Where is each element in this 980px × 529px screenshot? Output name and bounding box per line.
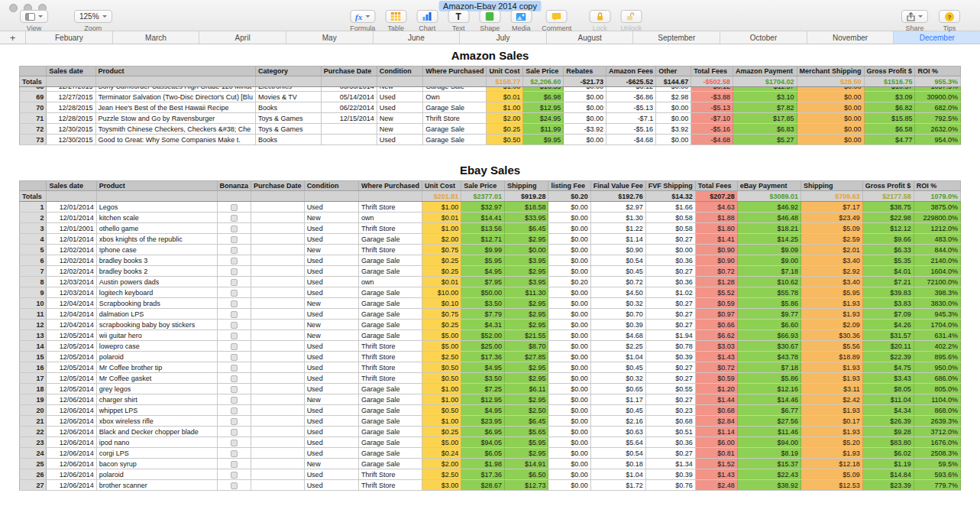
cell[interactable]: [251, 394, 305, 405]
cell[interactable]: $1704.02: [733, 76, 797, 87]
cell[interactable]: $192.76: [590, 191, 645, 202]
cell[interactable]: $94.05: [461, 437, 505, 448]
bonanza-checkbox[interactable]: [231, 482, 238, 489]
cell[interactable]: 686.0%: [914, 373, 960, 384]
cell[interactable]: $5.95: [800, 287, 862, 298]
cell[interactable]: $1.00: [422, 416, 461, 427]
cell[interactable]: $6.11: [504, 384, 548, 394]
cell[interactable]: $12.73: [504, 480, 548, 491]
cell[interactable]: $0.27: [645, 362, 695, 373]
cell[interactable]: $17.85: [733, 113, 797, 124]
column-header[interactable]: ROI %: [914, 181, 960, 191]
row-number[interactable]: 11: [20, 309, 47, 320]
cell[interactable]: Used: [304, 277, 358, 287]
cell[interactable]: New: [304, 394, 358, 405]
cell[interactable]: $12.95: [461, 394, 505, 405]
row-number[interactable]: 17: [20, 373, 47, 384]
cell[interactable]: Thrift Store: [359, 223, 422, 234]
cell[interactable]: Jean Hee's Best of the Best Hawaii Recip…: [95, 102, 255, 113]
cell[interactable]: [251, 416, 305, 427]
cell[interactable]: $1.93: [800, 405, 862, 416]
cell[interactable]: [217, 213, 251, 223]
cell[interactable]: [255, 76, 321, 87]
cell[interactable]: [217, 405, 251, 416]
column-header[interactable]: Other: [656, 67, 691, 76]
cell[interactable]: $2.48: [695, 480, 737, 491]
column-header[interactable]: Purchase Date: [321, 67, 377, 76]
cell[interactable]: $83.80: [862, 437, 914, 448]
cell[interactable]: $0.27: [645, 448, 695, 459]
cell[interactable]: $14.32: [645, 191, 695, 202]
cell[interactable]: 805.0%: [914, 384, 960, 394]
cell[interactable]: $2.50: [422, 352, 461, 362]
cell[interactable]: $0.27: [645, 320, 695, 330]
cell[interactable]: 72100.0%: [914, 277, 960, 287]
column-header[interactable]: Product: [95, 67, 255, 76]
cell[interactable]: $0.20: [548, 277, 590, 287]
cell[interactable]: $2.50: [422, 469, 461, 480]
column-header[interactable]: Merchant Shipping: [797, 67, 864, 76]
cell[interactable]: -$5.13: [606, 102, 656, 113]
cell[interactable]: $12.95: [523, 102, 564, 113]
sheet-tab-august[interactable]: August: [547, 31, 634, 44]
cell[interactable]: $1.66: [645, 202, 695, 213]
cell[interactable]: -$7.1: [606, 113, 656, 124]
cell[interactable]: $0.00: [548, 298, 590, 309]
cell[interactable]: $0.50: [422, 405, 461, 416]
cell[interactable]: [47, 191, 96, 202]
cell[interactable]: $0.00: [548, 416, 590, 427]
cell[interactable]: Thrift Store: [359, 245, 422, 255]
cell[interactable]: $0.78: [645, 341, 695, 352]
cell[interactable]: 1676.0%: [914, 437, 960, 448]
cell[interactable]: Thrift Store: [359, 480, 422, 491]
cell[interactable]: brother scanner: [96, 480, 217, 491]
cell[interactable]: 950.0%: [914, 362, 960, 373]
cell[interactable]: bacon syrup: [96, 459, 217, 469]
cell[interactable]: 12/05/2014: [47, 373, 96, 384]
cell[interactable]: $31.57: [862, 330, 914, 341]
cell[interactable]: Used: [304, 234, 358, 245]
cell[interactable]: $0.45: [590, 266, 645, 277]
cell[interactable]: $0.01: [422, 277, 461, 287]
cell[interactable]: $0.36: [645, 255, 695, 266]
cell[interactable]: Garage Sale: [359, 394, 422, 405]
cell[interactable]: $0.24: [422, 448, 461, 459]
cell[interactable]: kitchen scale: [96, 213, 217, 223]
cell[interactable]: 12/06/2014: [47, 416, 96, 427]
cell[interactable]: $5.09: [800, 469, 862, 480]
cell[interactable]: $0.81: [695, 448, 737, 459]
view-button[interactable]: View: [20, 10, 48, 32]
cell[interactable]: $9.95: [523, 135, 564, 145]
bonanza-checkbox[interactable]: [231, 236, 238, 243]
cell[interactable]: Black and Decker chopper blade: [96, 427, 217, 437]
column-header[interactable]: ROI %: [915, 67, 961, 76]
cell[interactable]: $0.00: [797, 135, 864, 145]
cell[interactable]: $5.86: [737, 373, 800, 384]
cell[interactable]: $15.85: [864, 113, 915, 124]
cell[interactable]: $3.50: [461, 298, 505, 309]
cell[interactable]: $5.95: [504, 437, 548, 448]
cell[interactable]: $11.46: [737, 427, 800, 437]
cell[interactable]: $14.46: [737, 394, 800, 405]
row-number[interactable]: 8: [20, 277, 47, 287]
row-number[interactable]: 3: [20, 223, 47, 234]
cell[interactable]: Thrift Store: [423, 113, 487, 124]
cell[interactable]: $0.00: [797, 92, 864, 102]
cell[interactable]: Garage Sale: [359, 320, 422, 330]
cell[interactable]: Scrapbooking brads: [96, 298, 217, 309]
cell[interactable]: $3.83: [862, 298, 914, 309]
cell[interactable]: $0.00: [656, 102, 691, 113]
cell[interactable]: ipod nano: [96, 437, 217, 448]
row-number[interactable]: 70: [20, 102, 47, 113]
cell[interactable]: [251, 437, 305, 448]
cell[interactable]: $207.28: [695, 191, 737, 202]
cell[interactable]: Own: [423, 92, 487, 102]
cell[interactable]: 682.0%: [915, 102, 961, 113]
sheet-tab-may[interactable]: May: [286, 31, 374, 44]
cell[interactable]: 398.3%: [914, 287, 960, 298]
cell[interactable]: Garage Sale: [423, 124, 487, 135]
cell[interactable]: $0.00: [797, 113, 864, 124]
bonanza-checkbox[interactable]: [231, 365, 238, 372]
cell[interactable]: 12/04/2014: [47, 298, 96, 309]
cell[interactable]: 30900.0%: [915, 92, 961, 102]
